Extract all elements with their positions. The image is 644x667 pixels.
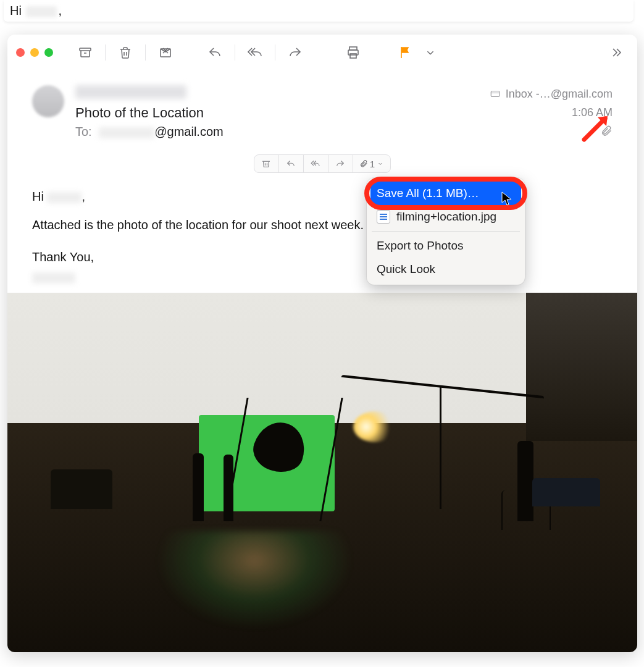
menu-item-label: Quick Look [377, 262, 435, 276]
reply-icon [207, 45, 222, 60]
inline-reply-button[interactable] [279, 155, 304, 172]
sender-avatar [32, 85, 64, 117]
mailbox-icon [490, 88, 501, 99]
reply-all-icon [248, 45, 262, 60]
paperclip-icon [359, 159, 368, 168]
mail-message-window: Photo of the Location To: @gmail.com Inb… [7, 35, 637, 652]
reply-button[interactable] [203, 43, 227, 62]
greeting-suffix: , [82, 190, 85, 203]
reply-all-button[interactable] [243, 43, 267, 62]
svg-rect-4 [350, 54, 356, 58]
menu-item-quick-look[interactable]: Quick Look [370, 258, 521, 281]
toolbar-overflow-button[interactable] [604, 43, 629, 62]
greeting-name-redacted [47, 192, 82, 203]
print-button[interactable] [341, 43, 366, 62]
print-icon [346, 45, 361, 60]
body-line-1: Attached is the photo of the location fo… [32, 215, 613, 235]
menu-item-export-to-photos[interactable]: Export to Photos [370, 234, 521, 258]
message-header: Photo of the Location To: @gmail.com Inb… [7, 70, 637, 173]
body-closing: Thank You, [32, 247, 613, 267]
greeting-prefix: Hi [32, 190, 44, 203]
svg-rect-5 [491, 91, 500, 97]
trash-icon [261, 158, 272, 169]
message-body: Hi , Attached is the photo of the locati… [7, 173, 637, 293]
forward-icon [288, 45, 303, 60]
toolbar-separator [145, 44, 146, 61]
forward-icon [335, 158, 346, 169]
mouse-cursor [501, 191, 512, 206]
double-chevron-right-icon [609, 45, 624, 60]
signature-redacted [32, 272, 75, 283]
flag-icon [398, 45, 412, 60]
inline-forward-button[interactable] [328, 155, 353, 172]
chevron-down-icon [424, 45, 437, 60]
message-subject: Photo of the Location [75, 105, 490, 121]
menu-item-attachment-file[interactable]: filming+location.jpg [370, 205, 521, 229]
delete-button[interactable] [113, 43, 138, 62]
to-name-redacted [99, 127, 154, 138]
inbox-text: Inbox -…@gmail.com [506, 85, 613, 103]
inline-attachments-button[interactable]: 1 [353, 155, 390, 172]
toolbar-separator [105, 44, 106, 61]
to-suffix: @gmail.com [154, 125, 223, 138]
minimize-window-button[interactable] [30, 48, 39, 57]
reply-all-icon [310, 158, 321, 169]
archive-icon [78, 45, 93, 60]
forward-button[interactable] [283, 43, 307, 62]
close-window-button[interactable] [16, 48, 25, 57]
annotation-arrow [582, 114, 610, 142]
toolbar-separator [235, 44, 235, 61]
menu-divider [372, 231, 520, 232]
menu-item-label: Export to Photos [377, 239, 463, 253]
to-label: To: [75, 125, 92, 138]
redacted-name [26, 6, 57, 17]
window-traffic-lights [16, 48, 53, 57]
file-thumbnail-icon [377, 210, 390, 224]
prev-greeting-suffix: , [58, 4, 62, 17]
menu-item-save-all[interactable]: Save All (1.1 MB)… [370, 182, 521, 205]
reply-icon [285, 158, 296, 169]
svg-rect-0 [80, 48, 91, 51]
to-row: To: @gmail.com [75, 125, 490, 139]
attachment-count: 1 [370, 159, 375, 169]
inline-action-bar: 1 [32, 154, 613, 173]
menu-item-label: Save All (1.1 MB)… [377, 187, 479, 200]
flag-menu-button[interactable] [424, 43, 437, 62]
window-toolbar [7, 35, 637, 70]
inline-delete-button[interactable] [254, 155, 279, 172]
attachment-image[interactable] [7, 293, 637, 652]
chevron-down-icon [377, 160, 384, 167]
sender-name-redacted [75, 85, 186, 99]
zoom-window-button[interactable] [44, 48, 53, 57]
flag-button[interactable] [393, 43, 417, 62]
background-message-preview: Hi , [4, 0, 634, 22]
inline-reply-all-button[interactable] [304, 155, 328, 172]
prev-greeting-prefix: Hi [10, 4, 22, 17]
menu-item-label: filming+location.jpg [396, 210, 496, 224]
junk-icon [158, 45, 173, 60]
trash-icon [118, 45, 133, 60]
mailbox-label: Inbox -…@gmail.com [490, 85, 613, 103]
toolbar-separator [275, 44, 275, 61]
archive-button[interactable] [73, 43, 98, 62]
junk-button[interactable] [153, 43, 178, 62]
